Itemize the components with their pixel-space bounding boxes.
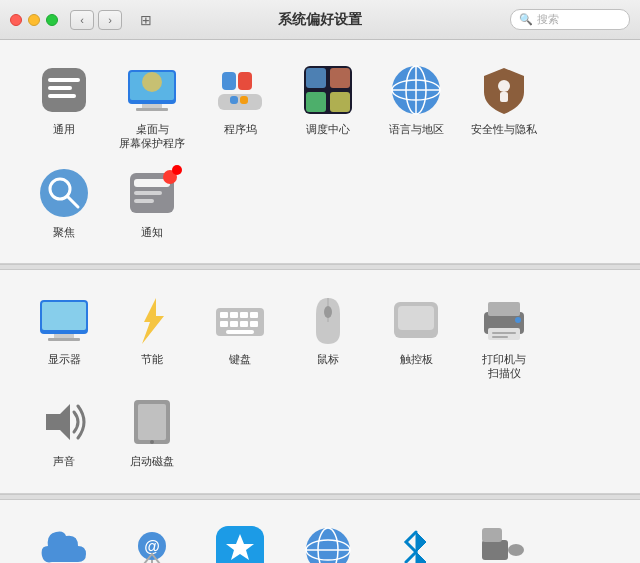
svg-point-8: [142, 72, 162, 92]
svg-rect-1: [48, 78, 80, 82]
svg-rect-72: [508, 544, 524, 556]
icon-item-sound[interactable]: 声音: [20, 388, 108, 476]
icon-item-keyboard[interactable]: 键盘: [196, 286, 284, 389]
search-placeholder: 搜索: [537, 12, 559, 27]
svg-rect-44: [230, 321, 238, 327]
minimize-button[interactable]: [28, 14, 40, 26]
svg-rect-71: [482, 540, 508, 560]
icon-item-extensions[interactable]: 扩展: [460, 516, 548, 563]
svg-rect-55: [492, 332, 516, 334]
section-internet: iCloud@互联网 帐户App Store网络蓝牙扩展共享: [0, 500, 640, 563]
icon-item-energy[interactable]: 节能: [108, 286, 196, 389]
titlebar: ‹ › ⊞ 系统偏好设置 🔍 搜索: [0, 0, 640, 40]
keyboard-icon: [214, 294, 266, 346]
icon-item-appstore[interactable]: App Store: [196, 516, 284, 563]
security-icon: [478, 64, 530, 116]
maximize-button[interactable]: [46, 14, 58, 26]
sound-icon: [38, 396, 90, 448]
mouse-icon: [302, 294, 354, 346]
svg-rect-41: [240, 312, 248, 318]
icon-item-desktop[interactable]: 桌面与 屏幕保护程序: [108, 56, 196, 159]
icon-item-bluetooth[interactable]: 蓝牙: [372, 516, 460, 563]
printer-icon: [478, 294, 530, 346]
back-button[interactable]: ‹: [70, 10, 94, 30]
mission-icon: [302, 64, 354, 116]
svg-point-26: [40, 169, 88, 217]
svg-rect-3: [48, 94, 76, 98]
svg-rect-51: [398, 306, 434, 330]
mouse-label: 鼠标: [317, 352, 339, 366]
svg-rect-10: [222, 72, 236, 90]
svg-rect-17: [306, 92, 326, 112]
dock-icon: [214, 64, 266, 116]
icon-item-display[interactable]: 显示器: [20, 286, 108, 389]
trackpad-label: 触控板: [400, 352, 433, 366]
svg-rect-39: [220, 312, 228, 318]
svg-rect-43: [220, 321, 228, 327]
svg-rect-2: [48, 86, 72, 90]
language-icon: [390, 64, 442, 116]
forward-button[interactable]: ›: [98, 10, 122, 30]
notification-label: 通知: [141, 225, 163, 239]
window-title: 系统偏好设置: [278, 11, 362, 29]
icon-item-mission[interactable]: 调度中心: [284, 56, 372, 159]
svg-rect-40: [230, 312, 238, 318]
grid-icon[interactable]: ⊞: [134, 8, 158, 32]
icon-item-trackpad[interactable]: 触控板: [372, 286, 460, 389]
svg-rect-18: [330, 92, 350, 112]
icon-item-notification[interactable]: 通知: [108, 159, 196, 247]
icon-item-general[interactable]: 通用: [20, 56, 108, 159]
section-hardware: 显示器节能键盘鼠标触控板打印机与 扫描仪声音启动磁盘: [0, 270, 640, 494]
svg-rect-31: [134, 191, 162, 195]
svg-rect-46: [250, 321, 258, 327]
startup-label: 启动磁盘: [130, 454, 174, 468]
svg-point-49: [324, 306, 332, 318]
spotlight-icon: [38, 167, 90, 219]
svg-point-57: [515, 317, 521, 323]
svg-rect-6: [136, 108, 168, 111]
content-area: 通用桌面与 屏幕保护程序程序坞调度中心语言与地区安全性与隐私聚焦通知 显示器节能…: [0, 40, 640, 563]
icon-item-dock[interactable]: 程序坞: [196, 56, 284, 159]
icon-item-icloud[interactable]: iCloud: [20, 516, 108, 563]
icon-item-printer[interactable]: 打印机与 扫描仪: [460, 286, 548, 389]
trackpad-icon: [390, 294, 442, 346]
security-label: 安全性与隐私: [471, 122, 537, 136]
toolbar-icons: ⊞: [134, 8, 158, 32]
traffic-lights: [10, 14, 58, 26]
close-button[interactable]: [10, 14, 22, 26]
svg-marker-58: [46, 404, 70, 440]
icon-item-startup[interactable]: 启动磁盘: [108, 388, 196, 476]
svg-rect-25: [500, 92, 508, 102]
mission-label: 调度中心: [306, 122, 350, 136]
svg-rect-36: [48, 338, 80, 341]
svg-rect-9: [218, 94, 262, 110]
notification-icon: [126, 167, 178, 219]
svg-rect-73: [482, 528, 502, 542]
svg-rect-13: [240, 96, 248, 104]
search-icon: 🔍: [519, 13, 533, 26]
nav-buttons: ‹ ›: [70, 10, 122, 30]
spotlight-label: 聚焦: [53, 225, 75, 239]
svg-rect-56: [492, 336, 508, 338]
svg-point-24: [498, 80, 510, 92]
printer-label: 打印机与 扫描仪: [482, 352, 526, 381]
search-box[interactable]: 🔍 搜索: [510, 9, 630, 30]
icon-item-language[interactable]: 语言与地区: [372, 56, 460, 159]
icon-item-spotlight[interactable]: 聚焦: [20, 159, 108, 247]
icon-item-internet[interactable]: @互联网 帐户: [108, 516, 196, 563]
svg-rect-60: [138, 404, 166, 440]
icon-item-security[interactable]: 安全性与隐私: [460, 56, 548, 159]
language-label: 语言与地区: [389, 122, 444, 136]
svg-point-61: [150, 440, 154, 444]
appstore-icon: [214, 524, 266, 563]
general-icon: [38, 64, 90, 116]
general-label: 通用: [53, 122, 75, 136]
energy-icon: [126, 294, 178, 346]
svg-rect-47: [226, 330, 254, 334]
startup-icon: [126, 396, 178, 448]
extensions-icon: [478, 524, 530, 563]
svg-rect-32: [134, 199, 154, 203]
icon-item-mouse[interactable]: 鼠标: [284, 286, 372, 389]
svg-rect-11: [238, 72, 252, 90]
icon-item-network[interactable]: 网络: [284, 516, 372, 563]
